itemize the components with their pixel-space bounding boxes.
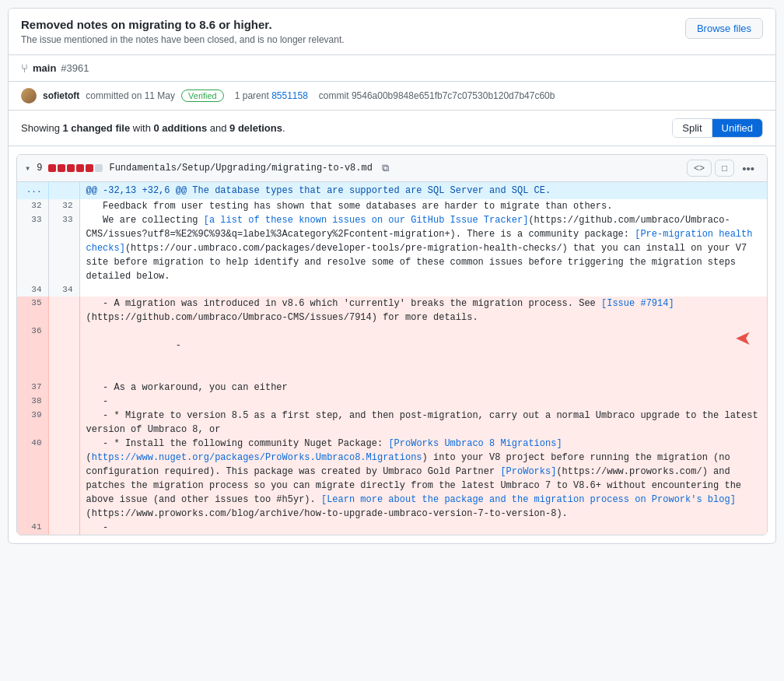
- right-line-num: [48, 297, 79, 325]
- file-header-right: <> □ •••: [687, 160, 759, 177]
- left-line-num: 40: [17, 437, 48, 521]
- diff-squares: [48, 164, 103, 172]
- line-code: - ➤: [79, 325, 767, 381]
- table-row: 36 - ➤: [17, 325, 767, 381]
- link-learn-more[interactable]: [Learn more about the package and the mi…: [321, 494, 736, 505]
- left-line-num: 39: [17, 409, 48, 437]
- link-proworks-migrations[interactable]: [ProWorks Umbraco 8 Migrations]: [388, 438, 562, 449]
- branch-name: main: [33, 62, 56, 74]
- hunk-header-row: ... @@ -32,13 +32,6 @@ The database type…: [17, 182, 767, 199]
- left-line-num: 33: [17, 213, 48, 283]
- stats-description: Showing 1 changed file with 0 additions …: [21, 122, 285, 134]
- stats-text: Showing 1 changed file with 0 additions …: [21, 122, 285, 134]
- link-known-issues[interactable]: [a list of these known issues on our Git…: [204, 215, 529, 226]
- right-line-num: [48, 521, 79, 535]
- commit-info: Removed notes on migrating to 8.6 or hig…: [21, 18, 345, 45]
- line-code: Feedback from user testing has shown tha…: [79, 199, 767, 213]
- commit-hash-value: 9546a00b9848e651fb7c7c07530b120d7b47c60b: [352, 90, 555, 101]
- avatar: [21, 88, 37, 104]
- view-toggle: Split Unified: [672, 118, 763, 138]
- line-code: - * Migrate to version 8.5 as a first st…: [79, 409, 767, 437]
- commit-description: The issue mentioned in the notes have be…: [21, 34, 345, 45]
- file-header-left: ▾ 9 Fundamentals/Setup/Upgrading/migrati…: [25, 163, 389, 174]
- table-row: 39 - * Migrate to version 8.5 as a first…: [17, 409, 767, 437]
- view-file-button[interactable]: <>: [687, 160, 712, 177]
- table-row: 33 33 We are collecting [a list of these…: [17, 213, 767, 283]
- unified-button[interactable]: Unified: [712, 119, 762, 137]
- parent-label: 1 parent: [235, 90, 269, 101]
- commit-header: Removed notes on migrating to 8.6 or hig…: [9, 9, 775, 55]
- commit-meta: sofietoft committed on 11 May Verified 1…: [9, 82, 775, 111]
- sq-6: [95, 164, 103, 172]
- hunk-right-num: [48, 182, 79, 199]
- diff-container: ▾ 9 Fundamentals/Setup/Upgrading/migrati…: [16, 154, 768, 535]
- table-row: 40 - * Install the following community N…: [17, 437, 767, 521]
- main-container: Removed notes on migrating to 8.6 or hig…: [8, 8, 776, 544]
- open-file-button[interactable]: □: [715, 160, 734, 177]
- table-row: 35 - A migration was introduced in v8.6 …: [17, 297, 767, 325]
- right-line-num: [48, 325, 79, 381]
- sq-5: [86, 164, 93, 172]
- hunk-header-code: @@ -32,13 +32,6 @@ The database types th…: [79, 182, 767, 199]
- branch-row: ⑂ main #3961: [9, 55, 775, 82]
- parent-hash-link[interactable]: 8551158: [271, 90, 308, 101]
- table-row: 34 34: [17, 283, 767, 297]
- link-issue-7914[interactable]: [Issue #7914]: [601, 298, 674, 309]
- stats-row: Showing 1 changed file with 0 additions …: [9, 111, 775, 146]
- left-line-num: 35: [17, 297, 48, 325]
- line-code: - * Install the following community Nuge…: [79, 437, 767, 521]
- right-line-num: [48, 381, 79, 395]
- sq-2: [58, 164, 65, 172]
- sq-1: [48, 164, 56, 172]
- commit-date: committed on 11 May: [86, 90, 175, 101]
- left-line-num: 41: [17, 521, 48, 535]
- right-line-num: [48, 409, 79, 437]
- link-proworks[interactable]: [ProWorks]: [500, 466, 556, 477]
- line-code: -: [79, 395, 767, 409]
- collapse-button[interactable]: ▾: [25, 163, 30, 174]
- sq-4: [76, 164, 84, 172]
- left-line-num: 38: [17, 395, 48, 409]
- commit-hash-label: commit 9546a00b9848e651fb7c7c07530b120d7…: [319, 90, 555, 101]
- red-arrow-icon: ➤: [734, 321, 751, 363]
- committer-name: sofietoft: [43, 90, 79, 101]
- split-button[interactable]: Split: [673, 119, 712, 137]
- commit-word: commit: [319, 90, 349, 101]
- branch-pr: #3961: [61, 62, 89, 74]
- sq-3: [67, 164, 75, 172]
- table-row: 37 - As a workaround, you can either: [17, 381, 767, 395]
- verified-badge: Verified: [181, 90, 224, 102]
- line-code: - A migration was introduced in v8.6 whi…: [79, 297, 767, 325]
- browse-files-button[interactable]: Browse files: [685, 18, 763, 39]
- more-options-button[interactable]: •••: [737, 160, 759, 177]
- parent-info: 1 parent 8551158: [235, 90, 308, 101]
- diff-table: ... @@ -32,13 +32,6 @@ The database type…: [17, 182, 767, 535]
- hunk-left-num: ...: [17, 182, 48, 199]
- commit-title: Removed notes on migrating to 8.6 or hig…: [21, 18, 345, 31]
- table-row: 32 32 Feedback from user testing has sho…: [17, 199, 767, 213]
- line-code: We are collecting [a list of these known…: [79, 213, 767, 283]
- branch-icon: ⑂: [21, 61, 28, 75]
- right-line-num: [48, 437, 79, 521]
- table-row: 41 -: [17, 521, 767, 535]
- left-line-num: 32: [17, 199, 48, 213]
- link-nuget[interactable]: https://www.nuget.org/packages/ProWorks.…: [92, 452, 422, 463]
- right-line-num: 34: [48, 283, 79, 297]
- changed-count: 9: [37, 163, 42, 174]
- left-line-num: 34: [17, 283, 48, 297]
- left-line-num: 37: [17, 381, 48, 395]
- changed-count-value: 9: [37, 163, 42, 174]
- file-header: ▾ 9 Fundamentals/Setup/Upgrading/migrati…: [17, 155, 767, 182]
- right-line-num: [48, 395, 79, 409]
- line-code: [79, 283, 767, 297]
- right-line-num: 32: [48, 199, 79, 213]
- file-path: Fundamentals/Setup/Upgrading/migrating-t…: [109, 163, 372, 174]
- link-pre-migration[interactable]: [Pre-migration health checks]: [86, 229, 758, 254]
- line-code: - As a workaround, you can either: [79, 381, 767, 395]
- table-row: 38 -: [17, 395, 767, 409]
- copy-icon[interactable]: ⧉: [382, 163, 389, 174]
- right-line-num: 33: [48, 213, 79, 283]
- line-code: -: [79, 521, 767, 535]
- left-line-num: 36: [17, 325, 48, 381]
